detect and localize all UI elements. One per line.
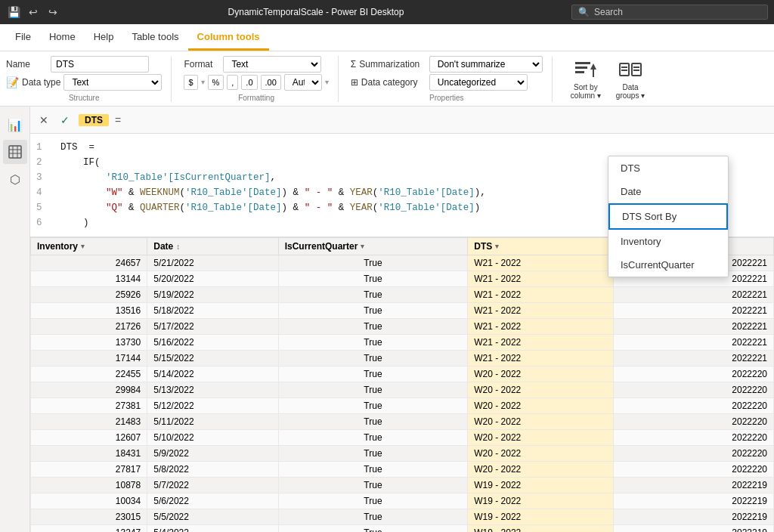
cell-dts: W21 - 2022 [468, 255, 614, 271]
cell-dts-sort-by: 2022221 [613, 319, 773, 335]
table-row: 27817 5/8/2022 True W20 - 2022 2022220 [31, 462, 774, 478]
cell-dts-sort-by: 2022219 [613, 525, 773, 533]
cell-dts-sort-by: 2022220 [613, 446, 773, 462]
cell-dts-sort-by: 2022220 [613, 398, 773, 414]
cell-date: 5/14/2022 [147, 367, 278, 382]
cell-date: 5/18/2022 [147, 303, 278, 319]
table-row: 13516 5/18/2022 True W21 - 2022 2022221 [31, 303, 774, 319]
cell-date: 5/11/2022 [147, 414, 278, 430]
dts-filter-icon[interactable]: ▾ [495, 243, 499, 250]
decimal-increase-button[interactable]: .0 [241, 75, 257, 90]
cell-dts-sort-by: 2022219 [613, 493, 773, 509]
format-select[interactable]: Text [223, 56, 321, 73]
data-groups-button[interactable]: Datagroups ▾ [610, 54, 651, 103]
comma-button[interactable]: , [227, 75, 238, 90]
model-icon[interactable]: ⬡ [3, 167, 27, 191]
cell-dts: W21 - 2022 [468, 351, 614, 367]
dropdown-item-dts[interactable]: DTS [608, 156, 728, 180]
table-row: 21483 5/11/2022 True W20 - 2022 2022220 [31, 414, 774, 430]
menu-table-tools[interactable]: Table tools [122, 24, 187, 51]
table-row: 21726 5/17/2022 True W21 - 2022 2022221 [31, 319, 774, 335]
percent-button[interactable]: % [208, 75, 224, 90]
table-row: 10878 5/7/2022 True W19 - 2022 2022219 [31, 478, 774, 493]
datacategory-select[interactable]: Uncategorized [429, 74, 528, 91]
data-table-wrapper[interactable]: Inventory ▾ Date ↕ IsCur [30, 237, 774, 532]
table-row: 25926 5/19/2022 True W21 - 2022 2022221 [31, 287, 774, 303]
left-panel: 📊 ⬡ [0, 107, 30, 532]
cell-dts: W20 - 2022 [468, 446, 614, 462]
cell-date: 5/16/2022 [147, 335, 278, 351]
search-box[interactable]: 🔍 Search [571, 5, 768, 20]
cell-inventory: 24657 [31, 255, 147, 271]
svg-rect-9 [633, 66, 639, 68]
cell-dts-sort-by: 2022220 [613, 414, 773, 430]
cell-dts-sort-by: 2022221 [613, 287, 773, 303]
dropdown-item-iscurrentquarter[interactable]: IsCurrentQuarter [608, 253, 728, 277]
cell-inventory: 27381 [31, 398, 147, 414]
col-header-iscurrentquarter[interactable]: IsCurrentQuarter ▾ [278, 238, 468, 255]
col-header-inventory[interactable]: Inventory ▾ [31, 238, 147, 255]
ribbon-group-properties: Σ Summarization Don't summarize ⊞ Data c… [351, 56, 553, 102]
cell-date: 5/8/2022 [147, 462, 278, 478]
cell-iscurrentquarter: True [278, 493, 468, 509]
formatting-label: Formatting [184, 94, 328, 102]
redo-icon[interactable]: ↪ [45, 5, 60, 20]
undo-icon[interactable]: ↩ [26, 5, 41, 20]
menu-file[interactable]: File [6, 24, 40, 51]
cell-iscurrentquarter: True [278, 351, 468, 367]
table-row: 23015 5/5/2022 True W19 - 2022 2022219 [31, 509, 774, 525]
dropdown-item-inventory[interactable]: Inventory [608, 230, 728, 253]
table-row: 29984 5/13/2022 True W20 - 2022 2022220 [31, 382, 774, 398]
cancel-edit-button[interactable]: ✕ [36, 113, 51, 128]
save-icon[interactable]: 💾 [6, 5, 21, 20]
cell-dts-sort-by: 2022219 [613, 509, 773, 525]
table-icon[interactable] [3, 140, 27, 164]
cell-inventory: 27817 [31, 462, 147, 478]
currency-button[interactable]: $ [184, 75, 197, 90]
chart-icon[interactable]: 📊 [3, 113, 27, 137]
cell-dts: W20 - 2022 [468, 462, 614, 478]
cell-dts: W20 - 2022 [468, 367, 614, 382]
cell-iscurrentquarter: True [278, 367, 468, 382]
menu-column-tools[interactable]: Column tools [188, 24, 269, 51]
cell-inventory: 18431 [31, 446, 147, 462]
cell-inventory: 12607 [31, 430, 147, 446]
date-sort-icon[interactable]: ↕ [176, 243, 180, 251]
cell-iscurrentquarter: True [278, 414, 468, 430]
data-groups-icon [618, 57, 642, 82]
col-header-dts[interactable]: DTS ▾ [468, 238, 614, 255]
auto-select[interactable]: Auto [284, 74, 322, 91]
iscurrentquarter-filter-icon[interactable]: ▾ [361, 243, 364, 250]
cell-dts: W19 - 2022 [468, 493, 614, 509]
dropdown-item-date[interactable]: Date [608, 180, 728, 203]
decimal-decrease-button[interactable]: .00 [261, 75, 281, 90]
cell-inventory: 25926 [31, 287, 147, 303]
cell-iscurrentquarter: True [278, 398, 468, 414]
ribbon-group-formatting: Format Text $ ▾ % , .0 .00 Auto ▾ Format… [184, 56, 338, 102]
table-row: 13247 5/4/2022 True W19 - 2022 2022219 [31, 525, 774, 533]
cell-iscurrentquarter: True [278, 303, 468, 319]
name-input[interactable] [51, 56, 149, 73]
confirm-edit-button[interactable]: ✓ [57, 113, 73, 128]
datatype-select[interactable]: Text [63, 74, 162, 91]
menu-help[interactable]: Help [85, 24, 123, 51]
name-label: Name [6, 59, 48, 70]
cell-inventory: 23015 [31, 509, 147, 525]
sort-by-column-dropdown: DTS Date DTS Sort By Inventory IsCurrent… [608, 156, 729, 277]
search-label: Search [594, 7, 623, 17]
cell-inventory: 10034 [31, 493, 147, 509]
table-row: 18431 5/9/2022 True W20 - 2022 2022220 [31, 446, 774, 462]
column-name-badge: DTS [79, 114, 109, 126]
col-header-date[interactable]: Date ↕ [147, 238, 278, 255]
data-groups-label: Datagroups ▾ [616, 83, 645, 100]
menu-home[interactable]: Home [40, 24, 85, 51]
cell-inventory: 17144 [31, 351, 147, 367]
sort-by-column-button[interactable]: Sort bycolumn ▾ [565, 54, 607, 103]
summarization-select[interactable]: Don't summarize [429, 56, 543, 73]
cell-date: 5/7/2022 [147, 478, 278, 493]
cell-date: 5/4/2022 [147, 525, 278, 533]
dropdown-item-dts-sort-by[interactable]: DTS Sort By [608, 203, 728, 230]
inventory-filter-icon[interactable]: ▾ [81, 243, 85, 250]
svg-marker-3 [590, 63, 596, 70]
cell-iscurrentquarter: True [278, 462, 468, 478]
